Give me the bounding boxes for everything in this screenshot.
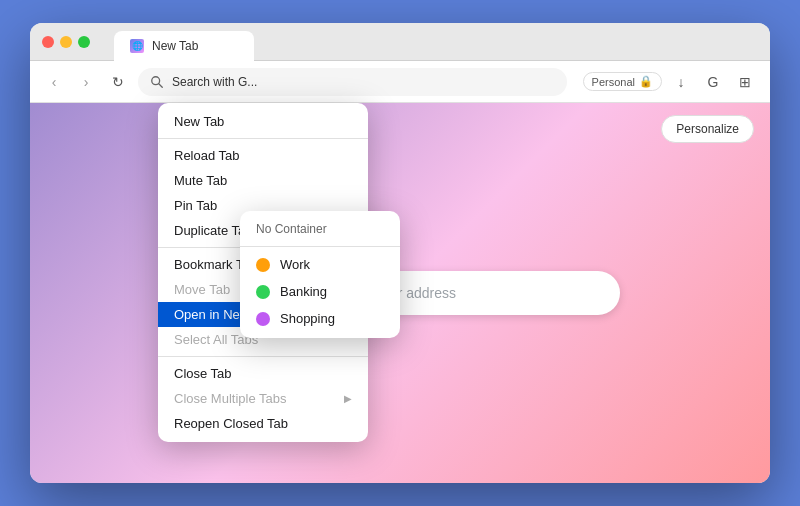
traffic-lights: [42, 36, 90, 48]
tab-favicon: 🌐: [130, 39, 144, 53]
extensions-button[interactable]: ⊞: [732, 69, 758, 95]
menu-item-close-label: Close Tab: [174, 366, 232, 381]
menu-item-new-tab-label: New Tab: [174, 114, 224, 129]
menu-item-reload[interactable]: Reload Tab: [158, 143, 368, 168]
download-button[interactable]: ↓: [668, 69, 694, 95]
container-submenu: No Container Work Banking Shopping: [240, 211, 400, 338]
banking-dot-icon: [256, 285, 270, 299]
menu-item-close-multiple-label: Close Multiple Tabs: [174, 391, 286, 406]
browser-window: 🌐 New Tab ‹ › ↻ Search with G... Persona…: [30, 23, 770, 483]
menu-item-close[interactable]: Close Tab: [158, 361, 368, 386]
submenu-divider: [240, 246, 400, 247]
work-dot-icon: [256, 258, 270, 272]
toolbar-right: Personal 🔒 ↓ G ⊞: [583, 69, 758, 95]
forward-button[interactable]: ›: [74, 70, 98, 94]
submenu-item-banking[interactable]: Banking: [240, 278, 400, 305]
account-button[interactable]: G: [700, 69, 726, 95]
menu-item-reopen[interactable]: Reopen Closed Tab: [158, 411, 368, 436]
menu-item-new-tab[interactable]: New Tab: [158, 109, 368, 134]
menu-item-pin-label: Pin Tab: [174, 198, 217, 213]
content-area: Personalize Search with Google or enter …: [30, 103, 770, 483]
menu-divider-3: [158, 356, 368, 357]
address-bar[interactable]: Search with G...: [138, 68, 567, 96]
menu-item-mute[interactable]: Mute Tab: [158, 168, 368, 193]
personal-label: Personal: [592, 76, 635, 88]
menu-item-reload-label: Reload Tab: [174, 148, 240, 163]
back-button[interactable]: ‹: [42, 70, 66, 94]
search-icon: [150, 75, 164, 89]
no-container-label: No Container: [240, 217, 400, 242]
close-button[interactable]: [42, 36, 54, 48]
tab-area: 🌐 New Tab: [114, 27, 758, 57]
refresh-button[interactable]: ↻: [106, 70, 130, 94]
title-bar: 🌐 New Tab: [30, 23, 770, 61]
submenu-item-shopping[interactable]: Shopping: [240, 305, 400, 332]
toolbar: ‹ › ↻ Search with G... Personal 🔒 ↓ G ⊞: [30, 61, 770, 103]
lock-icon: 🔒: [639, 75, 653, 88]
work-label: Work: [280, 257, 310, 272]
menu-item-move-label: Move Tab: [174, 282, 230, 297]
menu-item-close-multiple: Close Multiple Tabs ▶: [158, 386, 368, 411]
shopping-label: Shopping: [280, 311, 335, 326]
personalize-button[interactable]: Personalize: [661, 115, 754, 143]
minimize-button[interactable]: [60, 36, 72, 48]
tab-title: New Tab: [152, 39, 198, 53]
address-bar-text: Search with G...: [172, 75, 257, 89]
shopping-dot-icon: [256, 312, 270, 326]
submenu-item-work[interactable]: Work: [240, 251, 400, 278]
active-tab[interactable]: 🌐 New Tab: [114, 31, 254, 61]
maximize-button[interactable]: [78, 36, 90, 48]
banking-label: Banking: [280, 284, 327, 299]
personal-badge[interactable]: Personal 🔒: [583, 72, 662, 91]
svg-line-1: [159, 83, 163, 87]
menu-item-reopen-label: Reopen Closed Tab: [174, 416, 288, 431]
menu-divider-1: [158, 138, 368, 139]
menu-item-mute-label: Mute Tab: [174, 173, 227, 188]
close-multiple-arrow-icon: ▶: [344, 393, 352, 404]
